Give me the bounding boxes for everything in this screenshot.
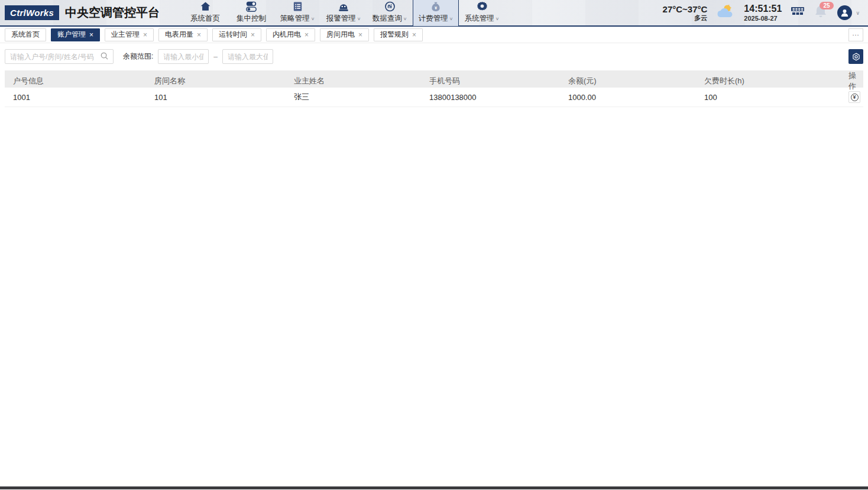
close-icon[interactable]: ×	[305, 31, 309, 39]
nav-item-system[interactable]: 系统管理∨	[459, 0, 505, 26]
notification-badge: 25	[820, 2, 833, 9]
tab-owner-management[interactable]: 业主管理 ×	[105, 28, 154, 41]
tab-label: 账户管理	[57, 30, 86, 40]
tab-label: 内机用电	[273, 30, 301, 40]
nav-label: 策略管理	[280, 14, 310, 24]
column-header-phone: 手机号码	[421, 76, 560, 86]
current-date: 2025-08-27	[744, 15, 782, 22]
column-header-balance: 余额(元)	[560, 76, 696, 86]
balance-max-input[interactable]	[222, 49, 273, 64]
nav-item-data-query[interactable]: 数据查询∨	[367, 0, 413, 26]
brand-logo: CtrlWorks	[5, 5, 59, 20]
alarm-icon	[337, 0, 350, 13]
home-icon	[199, 0, 212, 13]
app-header: CtrlWorks 中央空调管控平台 系统首页 集中控制 策略管理∨ 报警管理∨	[0, 0, 868, 27]
nav-item-alarm[interactable]: 报警管理∨	[320, 0, 367, 26]
search-box[interactable]	[5, 49, 114, 64]
cell-account: 1001	[5, 93, 146, 102]
open-tabs-bar: 系统首页 账户管理 × 业主管理 × 电表用量 × 运转时间 × 内机用电 × …	[0, 27, 868, 43]
cell-arrears: 100	[696, 93, 840, 102]
main-nav: 系统首页 集中控制 策略管理∨ 报警管理∨ 数据查询∨	[182, 0, 505, 26]
tab-label: 运转时间	[219, 30, 247, 40]
weather-widget: 27°C~37°C 多云	[663, 4, 708, 22]
chevron-down-icon: ∨	[403, 17, 407, 21]
search-icon[interactable]	[101, 51, 108, 62]
tab-runtime[interactable]: 运转时间 ×	[212, 28, 261, 41]
search-input[interactable]	[10, 53, 101, 61]
yuan-recharge-icon: ¥	[851, 94, 859, 101]
chevron-down-icon: ∨	[495, 17, 500, 21]
range-dash: –	[213, 53, 218, 61]
user-avatar[interactable]	[837, 5, 852, 20]
nav-label: 系统管理	[465, 14, 494, 24]
bottom-window-bar	[0, 486, 868, 489]
tab-label: 业主管理	[111, 30, 140, 40]
cell-balance: 1000.00	[560, 93, 696, 102]
column-header-arrears: 欠费时长(h)	[696, 76, 840, 86]
table-header-row: 户号信息 房间名称 业主姓名 手机号码 余额(元) 欠费时长(h) 操作	[5, 70, 863, 88]
tab-label: 报警规则	[380, 30, 409, 40]
strategy-list-icon	[292, 0, 304, 13]
app-title: 中央空调管控平台	[65, 5, 160, 21]
notification-bell[interactable]: 25	[814, 4, 829, 22]
close-icon[interactable]: ×	[412, 31, 416, 39]
weather-icon	[715, 3, 736, 23]
column-header-room: 房间名称	[146, 76, 286, 86]
tabs-more-button[interactable]: ...	[848, 28, 863, 41]
nav-item-billing[interactable]: ¥ 计费管理∨	[413, 0, 459, 26]
column-header-account: 户号信息	[5, 76, 146, 86]
nav-item-central-control[interactable]: 集中控制	[228, 0, 274, 26]
nav-label: 集中控制	[237, 14, 266, 24]
current-time: 14:51:51	[744, 3, 782, 14]
column-header-actions: 操作	[840, 70, 863, 92]
close-icon[interactable]: ×	[358, 31, 362, 39]
table-row: 1001 101 张三 13800138000 1000.00 100 ¥	[5, 88, 863, 107]
chevron-down-icon: ∨	[449, 17, 454, 21]
tab-label: 房间用电	[326, 30, 355, 40]
nav-label: 系统首页	[190, 14, 220, 24]
user-menu-caret-icon[interactable]: ∨	[856, 10, 860, 16]
column-header-owner: 业主姓名	[286, 76, 421, 86]
header-right: 27°C~37°C 多云 14:51:51 2025-08-27 25 ∨	[663, 3, 868, 23]
nav-item-strategy[interactable]: 策略管理∨	[274, 0, 320, 26]
toggle-icon	[245, 0, 258, 13]
column-settings-button[interactable]	[848, 49, 863, 64]
tab-meter-usage[interactable]: 电表用量 ×	[158, 28, 208, 41]
tab-label: 系统首页	[11, 30, 40, 40]
balance-range-label: 余额范围:	[123, 51, 153, 62]
tab-indoor-unit-power[interactable]: 内机用电 ×	[266, 28, 315, 41]
tab-alarm-rules[interactable]: 报警规则 ×	[374, 28, 423, 41]
gauge-icon	[384, 0, 396, 13]
tab-account-management[interactable]: 账户管理 ×	[51, 28, 100, 41]
chevron-down-icon: ∨	[357, 17, 361, 21]
nav-label: 数据查询	[373, 14, 402, 24]
chevron-down-icon: ∨	[311, 17, 315, 21]
balance-min-input[interactable]	[158, 49, 209, 64]
cell-room: 101	[146, 93, 286, 102]
close-icon[interactable]: ×	[197, 31, 201, 39]
money-bag-icon: ¥	[429, 0, 442, 13]
nav-label: 报警管理	[326, 14, 356, 24]
tab-label: 电表用量	[165, 30, 193, 40]
cell-actions: ¥	[840, 91, 863, 103]
apps-grid-icon[interactable]	[790, 5, 805, 21]
recharge-button[interactable]: ¥	[848, 91, 860, 103]
close-icon[interactable]: ×	[143, 31, 147, 39]
weather-condition: 多云	[663, 14, 708, 22]
clock-widget: 14:51:51 2025-08-27	[744, 3, 782, 22]
tab-room-power[interactable]: 房间用电 ×	[320, 28, 369, 41]
tab-system-home[interactable]: 系统首页	[5, 28, 46, 41]
filter-toolbar: 余额范围: –	[0, 43, 868, 70]
close-icon[interactable]: ×	[251, 31, 255, 39]
nav-label: 计费管理	[419, 14, 448, 24]
accounts-table: 户号信息 房间名称 业主姓名 手机号码 余额(元) 欠费时长(h) 操作 100…	[5, 70, 863, 107]
nav-item-home[interactable]: 系统首页	[182, 0, 228, 26]
cell-owner: 张三	[286, 92, 421, 102]
temperature-range: 27°C~37°C	[663, 4, 708, 14]
gear-icon	[476, 0, 488, 13]
close-icon[interactable]: ×	[89, 31, 93, 39]
cell-phone: 13800138000	[421, 93, 560, 102]
